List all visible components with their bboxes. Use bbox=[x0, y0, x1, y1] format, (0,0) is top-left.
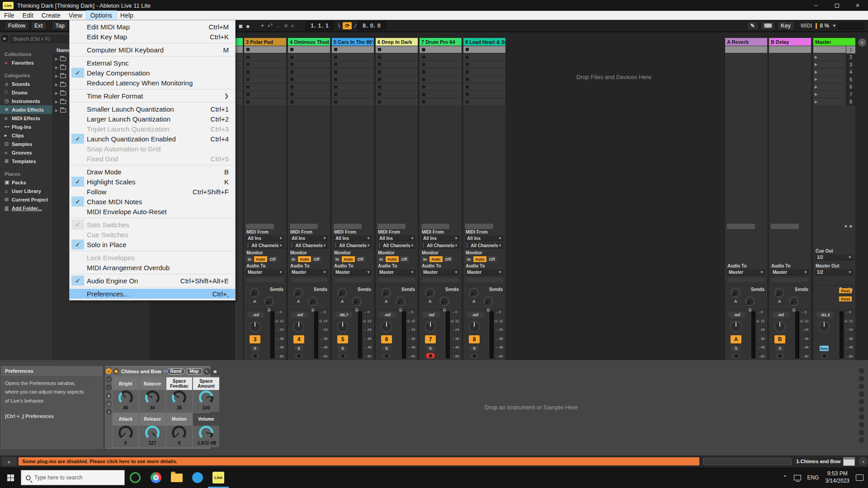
track-activator-button[interactable]: 8 bbox=[469, 335, 480, 343]
stop-all-clips-icon[interactable]: ■ ▶ bbox=[845, 224, 854, 228]
stop-clip-icon[interactable] bbox=[334, 48, 337, 51]
scene-slot[interactable]: ▶2 bbox=[813, 54, 855, 61]
record-slot-icon[interactable] bbox=[422, 93, 425, 96]
clip-slot[interactable] bbox=[288, 54, 330, 61]
stop-clip-icon[interactable] bbox=[466, 93, 469, 96]
master-out-chooser[interactable]: 1/2▼ bbox=[815, 269, 854, 275]
stop-clip-icon[interactable] bbox=[246, 93, 250, 96]
taskbar-app-blue[interactable] bbox=[187, 467, 208, 488]
stop-clip-icon[interactable] bbox=[246, 100, 250, 103]
record-slot-icon[interactable] bbox=[422, 55, 425, 59]
menu-item-lock-envelopes[interactable]: Lock Envelopes bbox=[70, 253, 235, 263]
clip-slot[interactable] bbox=[288, 61, 330, 68]
track-header[interactable]: 3 Polar Pad bbox=[244, 38, 286, 46]
monitor-off-button[interactable]: Off bbox=[487, 256, 497, 262]
solo-button[interactable]: S bbox=[382, 346, 391, 351]
stop-clip-icon[interactable] bbox=[378, 85, 381, 89]
solo-button[interactable]: S bbox=[338, 346, 347, 351]
param-knob[interactable] bbox=[172, 426, 186, 440]
stop-clip-icon[interactable] bbox=[246, 63, 250, 66]
expand-triangle-icon[interactable]: ▶ bbox=[53, 57, 60, 61]
scene-slot[interactable]: ▶1 bbox=[813, 46, 855, 53]
taskbar-app-green[interactable] bbox=[125, 467, 146, 488]
expand-triangle-icon[interactable]: ▶ bbox=[53, 83, 60, 87]
scene-slot[interactable]: ▶8 bbox=[813, 99, 855, 106]
rand-button[interactable]: Rand bbox=[167, 368, 185, 375]
menu-item-audio-engine-on[interactable]: ✓Audio Engine OnCtrl+Shift+Alt+E bbox=[70, 276, 235, 286]
pan-knob[interactable] bbox=[381, 321, 392, 333]
clip-slot[interactable] bbox=[244, 69, 286, 76]
clip-slot[interactable] bbox=[463, 76, 505, 83]
stop-clip-icon[interactable] bbox=[334, 63, 337, 66]
stop-clip-icon[interactable] bbox=[378, 100, 381, 103]
scene-launch-icon[interactable]: ▶ bbox=[815, 55, 817, 59]
send-b-knob[interactable] bbox=[789, 296, 799, 306]
record-slot-icon[interactable] bbox=[422, 100, 425, 103]
clip-slot[interactable] bbox=[244, 54, 286, 61]
record-button[interactable]: ● bbox=[246, 22, 250, 30]
menu-item-draw-mode[interactable]: Draw ModeB bbox=[70, 167, 235, 177]
clip-stop-button[interactable] bbox=[290, 224, 318, 229]
menu-item-preferences[interactable]: Preferences...Ctrl+, bbox=[70, 289, 235, 299]
track-activator-button[interactable]: A bbox=[731, 335, 741, 343]
stop-clip-icon[interactable] bbox=[334, 93, 337, 96]
clip-slot[interactable] bbox=[332, 46, 374, 53]
send-a-knob[interactable] bbox=[774, 288, 784, 298]
param-knob[interactable] bbox=[172, 390, 186, 405]
scene-launch-icon[interactable]: ▶ bbox=[815, 62, 817, 66]
menu-item-larger-launch-quantization[interactable]: Larger Launch QuantizationCtrl+2 bbox=[70, 114, 235, 124]
arm-button[interactable] bbox=[294, 353, 303, 358]
solo-button[interactable]: S bbox=[731, 346, 741, 351]
track-header[interactable]: 8 Lead Heart & So bbox=[463, 38, 505, 46]
tap-button[interactable]: Tap bbox=[52, 21, 68, 30]
volume-value[interactable]: -Inf bbox=[466, 312, 484, 318]
pan-knob[interactable] bbox=[818, 321, 830, 333]
expand-triangle-icon[interactable]: ▶ bbox=[53, 66, 60, 70]
clip-slot[interactable] bbox=[376, 69, 418, 76]
menubar-item-view[interactable]: View bbox=[65, 11, 86, 20]
record-slot-icon[interactable] bbox=[422, 48, 425, 52]
expand-triangle-icon[interactable]: ▶ bbox=[53, 108, 60, 113]
track-header[interactable]: 7 Drum Pro 64 bbox=[420, 38, 462, 46]
volume-value[interactable]: -95.7 bbox=[335, 312, 353, 318]
minimize-button[interactable]: ─ bbox=[806, 0, 826, 11]
monitor-auto-button[interactable]: Auto bbox=[342, 256, 355, 262]
sidebar-item-midi-effects[interactable]: ≡MIDI Effects bbox=[0, 114, 52, 122]
detail-rail-dot[interactable] bbox=[859, 399, 864, 404]
expand-triangle-icon[interactable]: ▶ bbox=[53, 74, 60, 78]
scene-launch-icon[interactable]: ▶ bbox=[815, 100, 817, 104]
monitor-off-button[interactable]: Off bbox=[443, 256, 453, 262]
stop-clip-icon[interactable] bbox=[246, 78, 250, 81]
input-channel-chooser[interactable]: ▏All Channels▼ bbox=[334, 243, 372, 249]
rail-minus-icon[interactable]: − bbox=[106, 385, 112, 390]
clip-slot[interactable] bbox=[244, 76, 286, 83]
stop-clip-icon[interactable] bbox=[466, 63, 469, 66]
menubar-item-options[interactable]: Options bbox=[86, 11, 116, 20]
tray-chevron-icon[interactable]: ⌃ bbox=[783, 474, 788, 481]
menu-item-solo-switches[interactable]: ✓Solo Switches bbox=[70, 220, 235, 230]
track-header[interactable]: 6 Deep In Dark bbox=[376, 38, 418, 46]
scene-launch-icon[interactable]: ▶ bbox=[815, 47, 817, 52]
stop-clip-icon[interactable] bbox=[290, 56, 293, 59]
menu-item-midi-envelope-auto-reset[interactable]: MIDI Envelope Auto-Reset bbox=[70, 206, 235, 216]
monitor-auto-button[interactable]: Auto bbox=[386, 256, 399, 262]
monitor-in-button[interactable]: In bbox=[465, 256, 472, 262]
arm-button[interactable] bbox=[338, 353, 347, 358]
record-slot-icon[interactable] bbox=[422, 70, 425, 74]
record-slot-icon[interactable] bbox=[422, 78, 425, 81]
hamburger-menu-icon[interactable]: ≡ bbox=[858, 38, 866, 47]
clip-slot[interactable] bbox=[376, 99, 418, 106]
monitor-auto-button[interactable]: Auto bbox=[254, 256, 267, 262]
send-a-knob[interactable] bbox=[293, 288, 303, 298]
detail-toggle-icon[interactable]: ▲ bbox=[859, 457, 868, 466]
clip-slot[interactable] bbox=[332, 99, 374, 106]
track-activator-button[interactable]: 3 bbox=[250, 335, 260, 343]
clip-slot[interactable] bbox=[420, 69, 462, 76]
sidebar-item-current-project[interactable]: ⊟Current Project bbox=[0, 195, 52, 204]
post-toggle[interactable]: Post bbox=[839, 296, 852, 301]
arm-button[interactable] bbox=[731, 353, 741, 358]
send-a-knob[interactable] bbox=[250, 288, 259, 298]
stop-clip-icon[interactable] bbox=[378, 70, 381, 74]
volume-value[interactable]: -Inf bbox=[422, 312, 440, 318]
sidebar-item-favorites[interactable]: ●Favorites bbox=[0, 58, 52, 67]
